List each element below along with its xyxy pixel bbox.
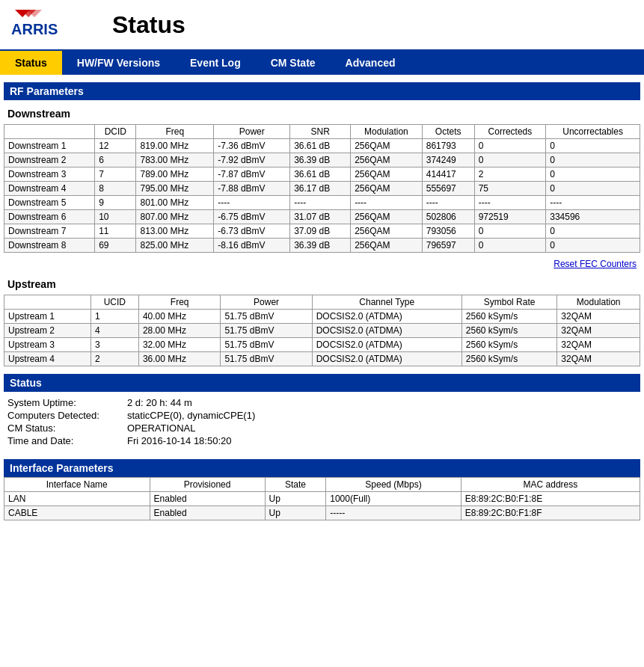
table-cell: 2: [91, 352, 138, 366]
table-cell: 555697: [422, 182, 474, 196]
nav-advanced[interactable]: Advanced: [331, 51, 411, 75]
upstream-tbody: Upstream 1140.00 MHz51.75 dBmVDOCSIS2.0 …: [4, 310, 640, 366]
arris-logo: ARRIS: [7, 6, 90, 43]
table-cell: Downstream 6: [4, 210, 95, 224]
upstream-table: UCID Freq Power Channel Type Symbol Rate…: [4, 295, 640, 366]
table-cell: 51.75 dBmV: [221, 324, 312, 338]
table-cell: 0: [546, 153, 640, 167]
table-cell: ----: [214, 196, 290, 210]
table-cell: 801.00 MHz: [136, 196, 214, 210]
table-cell: 2560 kSym/s: [461, 352, 557, 366]
table-cell: 861793: [422, 139, 474, 153]
table-cell: DOCSIS2.0 (ATDMA): [312, 338, 461, 352]
table-cell: 40.00 MHz: [138, 310, 221, 324]
table-cell: 414417: [422, 167, 474, 182]
table-cell: 972519: [474, 210, 546, 224]
table-cell: 6: [95, 153, 136, 167]
status-value: 2 d: 20 h: 44 m: [127, 397, 637, 408]
nav-hwfw[interactable]: HW/FW Versions: [62, 51, 175, 75]
table-cell: Downstream 4: [4, 182, 95, 196]
status-label: System Uptime:: [7, 397, 127, 408]
reset-fec-link[interactable]: Reset FEC Counters: [4, 257, 640, 271]
table-cell: 0: [546, 224, 640, 239]
col-modulation: Modulation: [351, 125, 423, 139]
table-cell: -8.16 dBmV: [214, 239, 290, 253]
col-power-up: Power: [221, 295, 312, 310]
status-section: Status System Uptime:2 d: 20 h: 44 mComp…: [4, 374, 640, 452]
col-modulation-up: Modulation: [557, 295, 640, 310]
interface-table: Interface Name Provisioned State Speed (…: [4, 477, 640, 520]
table-cell: -----: [326, 506, 461, 520]
table-cell: 813.00 MHz: [136, 224, 214, 239]
table-cell: 31.07 dB: [290, 210, 351, 224]
downstream-header-row: DCID Freq Power SNR Modulation Octets Co…: [4, 125, 640, 139]
nav-cmstate[interactable]: CM State: [256, 51, 331, 75]
table-cell: -6.75 dBmV: [214, 210, 290, 224]
logo-area: ARRIS: [7, 6, 90, 43]
table-cell: 1: [91, 310, 138, 324]
table-cell: 36.17 dB: [290, 182, 351, 196]
table-cell: Downstream 8: [4, 239, 95, 253]
table-cell: -7.92 dBmV: [214, 153, 290, 167]
nav-status[interactable]: Status: [0, 51, 62, 75]
table-cell: E8:89:2C:B0:F1:8F: [461, 506, 640, 520]
table-cell: 51.75 dBmV: [221, 338, 312, 352]
table-cell: 32QAM: [557, 352, 640, 366]
table-cell: 4: [91, 324, 138, 338]
table-cell: 3: [91, 338, 138, 352]
status-value: Fri 2016-10-14 18:50:20: [127, 435, 637, 446]
status-section-title: Status: [4, 374, 640, 392]
table-cell: 0: [546, 182, 640, 196]
upstream-row: Upstream 2428.00 MHz51.75 dBmVDOCSIS2.0 …: [4, 324, 640, 338]
table-cell: E8:89:2C:B0:F1:8E: [461, 492, 640, 506]
table-cell: 0: [546, 139, 640, 153]
rf-parameters-title: RF Parameters: [4, 82, 640, 100]
table-cell: 51.75 dBmV: [221, 352, 312, 366]
table-cell: 32QAM: [557, 324, 640, 338]
interface-parameters-title: Interface Parameters: [4, 459, 640, 477]
table-cell: 36.61 dB: [290, 167, 351, 182]
table-cell: ----: [290, 196, 351, 210]
interface-tbody: LANEnabledUp1000(Full)E8:89:2C:B0:F1:8EC…: [4, 492, 640, 520]
table-cell: 0: [474, 153, 546, 167]
col-provisioned: Provisioned: [150, 478, 265, 492]
downstream-row: Downstream 37789.00 MHz-7.87 dBmV36.61 d…: [4, 167, 640, 182]
table-cell: 2560 kSym/s: [461, 324, 557, 338]
downstream-tbody: Downstream 112819.00 MHz-7.36 dBmV36.61 …: [4, 139, 640, 253]
downstream-row: Downstream 26783.00 MHz-7.92 dBmV36.39 d…: [4, 153, 640, 167]
table-cell: 334596: [546, 210, 640, 224]
col-freq: Freq: [136, 125, 214, 139]
table-cell: 819.00 MHz: [136, 139, 214, 153]
table-cell: 256QAM: [351, 139, 423, 153]
table-cell: 795.00 MHz: [136, 182, 214, 196]
table-cell: 793056: [422, 224, 474, 239]
table-cell: Enabled: [150, 492, 265, 506]
table-cell: ----: [474, 196, 546, 210]
table-cell: Downstream 5: [4, 196, 95, 210]
col-speed: Speed (Mbps): [326, 478, 461, 492]
table-cell: DOCSIS2.0 (ATDMA): [312, 352, 461, 366]
table-cell: 0: [474, 224, 546, 239]
table-cell: 256QAM: [351, 167, 423, 182]
col-uncorrectables: Uncorrectables: [546, 125, 640, 139]
interface-row: CABLEEnabledUp-----E8:89:2C:B0:F1:8F: [4, 506, 640, 520]
table-cell: Up: [265, 506, 326, 520]
table-cell: 256QAM: [351, 210, 423, 224]
downstream-label: Downstream: [7, 108, 637, 120]
svg-text:ARRIS: ARRIS: [11, 21, 58, 37]
col-ucid: UCID: [91, 295, 138, 310]
table-cell: Upstream 2: [4, 324, 91, 338]
table-cell: 37.09 dB: [290, 224, 351, 239]
status-value: OPERATIONAL: [127, 422, 637, 434]
status-label: Time and Date:: [7, 435, 127, 446]
upstream-row: Upstream 4236.00 MHz51.75 dBmVDOCSIS2.0 …: [4, 352, 640, 366]
col-power: Power: [214, 125, 290, 139]
col-name: [4, 125, 95, 139]
table-cell: 796597: [422, 239, 474, 253]
status-row: Computers Detected:staticCPE(0), dynamic…: [7, 410, 637, 421]
nav-eventlog[interactable]: Event Log: [175, 51, 256, 75]
table-cell: CABLE: [4, 506, 150, 520]
upstream-row: Upstream 1140.00 MHz51.75 dBmVDOCSIS2.0 …: [4, 310, 640, 324]
table-cell: 36.00 MHz: [138, 352, 221, 366]
col-correcteds: Correcteds: [474, 125, 546, 139]
